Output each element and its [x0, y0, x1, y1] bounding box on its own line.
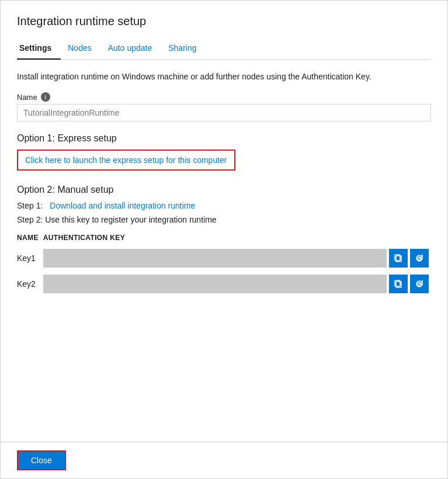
key2-refresh-button[interactable]: [410, 275, 429, 293]
key2-name: Key2: [17, 271, 43, 297]
key2-field: [43, 275, 387, 293]
key1-field-wrap: [43, 249, 429, 268]
tab-bar: Settings Nodes Auto update Sharing: [17, 39, 431, 60]
name-info-icon[interactable]: i: [41, 92, 50, 102]
step1-row: Step 1: Download and install integration…: [17, 201, 431, 210]
dialog-footer: Close: [1, 442, 447, 478]
dialog-title: Integration runtime setup: [17, 15, 431, 28]
key2-field-wrap: [43, 275, 429, 293]
refresh-icon: [415, 279, 424, 289]
key1-copy-button[interactable]: [389, 249, 408, 268]
key1-refresh-button[interactable]: [410, 249, 429, 268]
key2-copy-button[interactable]: [389, 275, 408, 293]
col-header-auth-key: AUTHENTICATION KEY: [43, 230, 431, 245]
copy-icon: [394, 279, 403, 289]
key1-field: [43, 249, 387, 268]
key1-name: Key1: [17, 245, 43, 271]
option2-title: Option 2: Manual setup: [17, 185, 431, 195]
table-row: Key1: [17, 245, 431, 271]
description-text: Install integration runtime on Windows m…: [17, 71, 431, 83]
download-runtime-link[interactable]: Download and install integration runtime: [50, 201, 195, 210]
col-header-name: NAME: [17, 230, 43, 245]
name-input[interactable]: [17, 104, 431, 122]
step1-prefix: Step 1:: [17, 201, 43, 210]
dialog-body: Integration runtime setup Settings Nodes…: [1, 1, 447, 442]
integration-runtime-dialog: Integration runtime setup Settings Nodes…: [0, 0, 448, 479]
copy-icon: [394, 254, 403, 263]
step2-row: Step 2: Use this key to register your in…: [17, 215, 431, 224]
tab-sharing[interactable]: Sharing: [166, 39, 206, 60]
keys-table: NAME AUTHENTICATION KEY Key1: [17, 230, 431, 297]
option1-title: Option 1: Express setup: [17, 133, 431, 144]
express-setup-link[interactable]: Click here to launch the express setup f…: [25, 155, 227, 165]
table-row: Key2: [17, 271, 431, 297]
step2-text: Step 2: Use this key to register your in…: [17, 215, 217, 224]
express-setup-link-box: Click here to launch the express setup f…: [17, 150, 235, 171]
refresh-icon: [415, 254, 424, 263]
tab-settings[interactable]: Settings: [17, 39, 61, 60]
tab-nodes[interactable]: Nodes: [65, 39, 100, 60]
close-button[interactable]: Close: [17, 450, 66, 470]
tab-auto-update[interactable]: Auto update: [106, 39, 162, 60]
name-label: Name i: [17, 92, 431, 102]
